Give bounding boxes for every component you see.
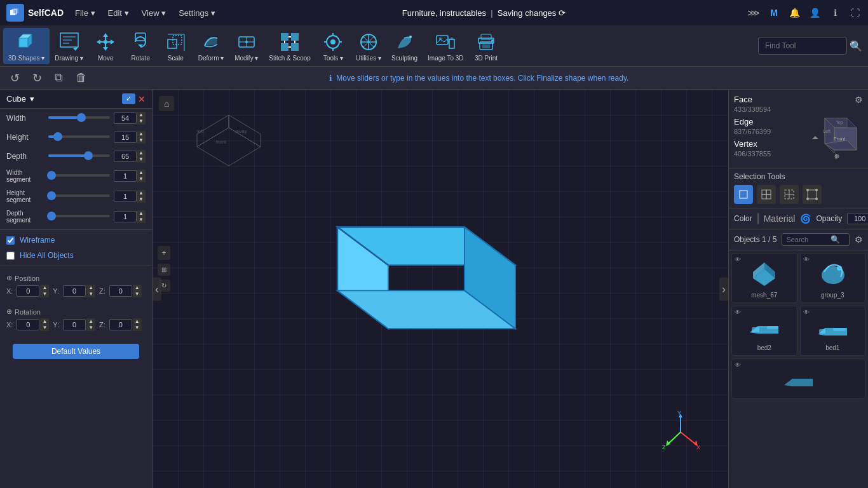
pos-x-input[interactable]: [17, 285, 39, 297]
objects-search-input[interactable]: [786, 236, 831, 243]
pos-z-input[interactable]: [109, 285, 132, 297]
eye-bed2[interactable]: 👁: [735, 309, 741, 316]
menu-edit[interactable]: Edit ▾: [103, 6, 134, 20]
depth-input[interactable]: [114, 151, 137, 162]
object-5th[interactable]: 👁: [731, 358, 865, 399]
tool-deform[interactable]: Deform: [193, 28, 229, 64]
object-bed2[interactable]: 👁 bed2: [731, 306, 797, 356]
rot-x-down[interactable]: ▼: [40, 325, 49, 331]
objects-settings-icon[interactable]: ⚙: [855, 234, 863, 245]
tool-drawing[interactable]: Drawing: [50, 28, 88, 64]
height-segment-down-button[interactable]: ▼: [137, 196, 146, 203]
tool-image-to-3d[interactable]: Image To 3D: [423, 28, 469, 64]
sel-face-icon[interactable]: [734, 185, 753, 204]
eye-bed1[interactable]: 👁: [803, 309, 810, 316]
confirm-button[interactable]: ✓: [122, 93, 135, 104]
eye-group-3[interactable]: 👁: [803, 256, 810, 263]
pos-y-up[interactable]: ▲: [86, 285, 95, 291]
menu-file[interactable]: File ▾: [70, 6, 100, 20]
rot-y-input[interactable]: [63, 319, 86, 330]
height-segment-input[interactable]: [114, 191, 137, 202]
tool-move[interactable]: Move: [88, 28, 123, 64]
depth-slider[interactable]: [48, 154, 110, 158]
nav-arrow-right[interactable]: ›: [719, 277, 728, 301]
pos-x-up[interactable]: ▲: [40, 285, 49, 291]
canvas-grid-button[interactable]: ⊞: [158, 264, 170, 276]
material-icon[interactable]: 🌀: [800, 214, 811, 224]
height-segment-up-button[interactable]: ▲: [137, 190, 146, 196]
width-slider[interactable]: [48, 116, 110, 120]
tool-3d-print[interactable]: 3D Print: [469, 28, 504, 64]
view-gear-icon[interactable]: ⚙: [855, 95, 863, 105]
bell-icon[interactable]: 🔔: [788, 6, 801, 19]
tool-rotate[interactable]: Rotate: [123, 28, 158, 64]
redo-button[interactable]: ↻: [29, 70, 46, 86]
close-panel-button[interactable]: ✕: [138, 93, 146, 104]
sel-edge-icon[interactable]: [780, 185, 799, 204]
info-icon[interactable]: ℹ: [829, 6, 841, 19]
tool-sculpting[interactable]: Sculpting: [386, 28, 423, 64]
rot-z-down[interactable]: ▼: [133, 325, 142, 331]
canvas-area[interactable]: ‹ › ⌂ front left away + ⊞ ↻: [153, 90, 728, 488]
width-segment-up-button[interactable]: ▲: [137, 170, 146, 176]
height-slider[interactable]: [48, 135, 110, 139]
m-icon[interactable]: M: [768, 6, 780, 19]
rot-z-input[interactable]: [109, 319, 132, 330]
canvas-zoom-controls[interactable]: +: [158, 246, 170, 260]
menu-view[interactable]: View ▾: [137, 6, 172, 20]
hide-all-objects-checkbox[interactable]: [6, 252, 15, 260]
color-swatch[interactable]: [757, 213, 759, 224]
width-up-button[interactable]: ▲: [137, 112, 146, 118]
opacity-input[interactable]: [847, 213, 868, 224]
share-icon[interactable]: ⋙: [747, 6, 760, 19]
tool-tools[interactable]: Tools: [316, 28, 351, 64]
eye-mesh-67[interactable]: 👁: [735, 256, 741, 263]
wireframe-checkbox[interactable]: [6, 236, 15, 245]
rot-y-down[interactable]: ▼: [86, 325, 95, 331]
pos-x-down[interactable]: ▼: [40, 291, 49, 297]
depth-down-button[interactable]: ▼: [137, 156, 146, 163]
depth-segment-input[interactable]: [114, 211, 137, 222]
user-icon[interactable]: 👤: [808, 6, 821, 19]
height-input[interactable]: [114, 132, 137, 143]
rot-z-up[interactable]: ▲: [133, 318, 142, 325]
nav-cube[interactable]: Front Left Top: [809, 109, 863, 163]
depth-segment-down-button[interactable]: ▼: [137, 217, 146, 223]
find-tool-input[interactable]: [758, 37, 847, 55]
tool-scale[interactable]: Scale: [158, 28, 193, 64]
depth-segment-up-button[interactable]: ▲: [137, 210, 146, 217]
height-down-button[interactable]: ▼: [137, 137, 146, 144]
tool-stitch-scoop[interactable]: Stitch & Scoop: [264, 28, 316, 64]
wireframe-row[interactable]: Wireframe: [0, 233, 152, 248]
object-bed1[interactable]: 👁 bed1: [800, 306, 866, 356]
rot-x-up[interactable]: ▲: [40, 318, 49, 325]
height-segment-slider[interactable]: [48, 194, 110, 198]
pos-z-up[interactable]: ▲: [133, 285, 142, 291]
fullscreen-icon[interactable]: ⛶: [849, 6, 862, 19]
width-segment-input[interactable]: [114, 170, 137, 182]
canvas-rotate-button[interactable]: ↻: [158, 280, 170, 292]
pos-z-down[interactable]: ▼: [133, 291, 142, 297]
tool-utilities[interactable]: Utilities: [351, 28, 386, 64]
undo-button[interactable]: ↺: [6, 70, 24, 86]
rot-y-up[interactable]: ▲: [86, 318, 95, 325]
tool-modify[interactable]: Modify: [229, 28, 264, 64]
default-values-button[interactable]: Default Values: [13, 344, 139, 359]
object-mesh-67[interactable]: 👁 mesh_67: [731, 253, 797, 303]
width-down-button[interactable]: ▼: [137, 118, 146, 125]
pos-y-down[interactable]: ▼: [86, 291, 95, 297]
find-tool-search-button[interactable]: 🔍: [847, 37, 865, 55]
copy-button[interactable]: ⧉: [51, 70, 67, 86]
pos-y-input[interactable]: [63, 285, 86, 297]
hide-all-objects-row[interactable]: Hide All Objects: [0, 248, 152, 263]
sel-multi-icon[interactable]: [757, 185, 776, 204]
height-up-button[interactable]: ▲: [137, 131, 146, 137]
depth-segment-slider[interactable]: [48, 215, 110, 219]
depth-up-button[interactable]: ▲: [137, 150, 146, 156]
sel-vertex-icon[interactable]: [803, 185, 822, 204]
nav-home-button[interactable]: ⌂: [159, 96, 174, 111]
width-segment-slider[interactable]: [48, 174, 110, 178]
object-group-3[interactable]: 👁 group_3: [800, 253, 866, 303]
width-input[interactable]: [114, 112, 137, 124]
tool-3d-shapes[interactable]: 3D Shapes: [3, 28, 50, 64]
